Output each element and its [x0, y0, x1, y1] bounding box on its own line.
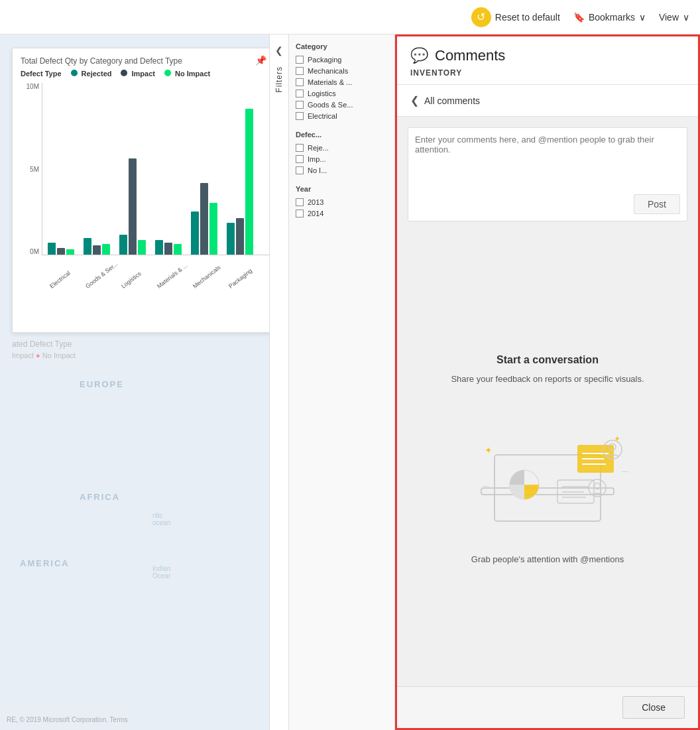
filter-item-2014[interactable]: 2014 — [296, 210, 388, 217]
bars-area — [42, 83, 269, 255]
europe-label: EUROPE — [80, 379, 124, 389]
bar-goods-rejected — [84, 238, 91, 255]
back-chevron-icon: ❮ — [410, 94, 419, 107]
bar-pack-noimpact — [245, 109, 253, 255]
category-title: Category — [296, 42, 388, 50]
view-button[interactable]: View ∨ — [659, 12, 689, 23]
bar-mech-rejected — [191, 212, 199, 255]
bookmarks-chevron-icon: ∨ — [639, 12, 646, 23]
reset-button[interactable]: ↺ Reset to default — [471, 7, 560, 27]
filter-item-materials[interactable]: Materials & ... — [296, 78, 388, 86]
bar-group-logistics — [119, 83, 146, 255]
defect-filter-section: Defec... Reje... Imp... No I... — [296, 131, 388, 174]
pin-icon[interactable]: 📌 — [255, 55, 266, 66]
filter-label-materials: Materials & ... — [308, 78, 352, 86]
legend-noimpact: No Impact — [164, 70, 210, 78]
filters-tab-label[interactable]: Filters — [274, 66, 284, 93]
filter-checkbox-2014[interactable] — [296, 210, 304, 217]
filter-checkbox-rejected[interactable] — [296, 144, 304, 152]
bar-materials-impact — [164, 243, 172, 255]
y-label-5m: 5M — [21, 166, 39, 173]
filter-checkbox-goods[interactable] — [296, 101, 304, 109]
noimpact-dot — [164, 70, 171, 76]
comments-section-label: INVENTORY — [410, 68, 685, 78]
filter-item-electrical[interactable]: Electrical — [296, 112, 388, 120]
bar-logistics-rejected — [119, 235, 127, 255]
chart-title: Total Defect Qty by Category and Defect … — [21, 56, 269, 66]
reset-icon: ↺ — [471, 7, 491, 27]
comment-input-area: Post — [408, 127, 687, 221]
filter-item-packaging[interactable]: Packaging — [296, 56, 388, 64]
conversation-illustration: ✦ ✦ — — — [448, 402, 647, 534]
filter-item-noimpact[interactable]: No I... — [296, 166, 388, 174]
filter-item-impact[interactable]: Imp... — [296, 155, 388, 163]
filters-tab: ❮ Filters — [269, 34, 289, 730]
bar-electrical-noimpact — [66, 249, 74, 255]
reset-label: Reset to default — [495, 12, 560, 23]
start-conversation-area: Start a conversation Share your feedback… — [397, 232, 698, 686]
view-label: View — [659, 12, 679, 23]
legend-impact: Impact — [121, 70, 155, 78]
america-label: AMERICA — [20, 558, 70, 568]
bar-materials-noimpact — [174, 244, 182, 255]
filter-checkbox-electrical[interactable] — [296, 112, 304, 120]
start-conversation-title: Start a conversation — [496, 354, 599, 366]
x-labels: Electrical Goods & Ser... Logistics Mate… — [42, 284, 269, 291]
bar-pack-rejected — [227, 223, 235, 255]
svg-text:✦: ✦ — [614, 434, 620, 444]
filter-label-logistics: Logistics — [308, 90, 336, 97]
impact-dot — [121, 70, 127, 76]
bookmarks-label: Bookmarks — [589, 12, 635, 23]
filter-item-logistics[interactable]: Logistics — [296, 90, 388, 97]
collapse-filters-button[interactable]: ❮ — [271, 41, 287, 60]
defect-type-area: ated Defect Type Impact ● No Impact — [12, 339, 76, 359]
post-button[interactable]: Post — [634, 194, 680, 214]
bar-group-packaging — [227, 83, 253, 255]
filter-sidebar: Category Packaging Mechanicals Materials… — [289, 34, 395, 730]
comments-panel: 💬 Comments INVENTORY ❮ All comments Post… — [395, 34, 700, 730]
chart-card: 📌 ⊿ ⊞ ··· Total Defect Qty by Category a… — [12, 48, 269, 333]
filter-item-goods[interactable]: Goods & Se... — [296, 101, 388, 109]
filter-checkbox-noimpact[interactable] — [296, 166, 304, 174]
filter-label-electrical: Electrical — [308, 112, 337, 120]
filter-item-mechanicals[interactable]: Mechanicals — [296, 67, 388, 75]
svg-text:—: — — [483, 482, 489, 489]
category-filter-section: Category Packaging Mechanicals Materials… — [296, 42, 388, 120]
chart-icons: 📌 ⊿ ⊞ ··· — [255, 55, 269, 66]
view-chevron-icon: ∨ — [683, 12, 689, 23]
svg-text:✦: ✦ — [485, 445, 493, 456]
filter-checkbox-2013[interactable] — [296, 198, 304, 206]
filter-checkbox-packaging[interactable] — [296, 56, 304, 64]
filter-item-2013[interactable]: 2013 — [296, 198, 388, 206]
filter-label-noimpact: No I... — [308, 166, 327, 174]
bar-pack-impact — [236, 218, 244, 255]
ocean-label1: nticocean — [152, 512, 170, 526]
close-button[interactable]: Close — [622, 696, 685, 719]
bar-group-mechanicals — [191, 83, 217, 255]
all-comments-row[interactable]: ❮ All comments — [397, 85, 698, 117]
comment-input[interactable] — [415, 135, 680, 188]
filter-checkbox-impact[interactable] — [296, 155, 304, 163]
comments-footer: Close — [397, 686, 698, 728]
filter-label-goods: Goods & Se... — [308, 101, 353, 109]
comments-icon: 💬 — [410, 47, 428, 64]
grab-attention-text: Grab people's attention with @mentions — [471, 554, 624, 564]
chart-viz: 10M 5M 0M — [21, 83, 269, 282]
all-comments-label: All comments — [424, 95, 480, 106]
filter-checkbox-mechanicals[interactable] — [296, 67, 304, 75]
legend-label: Defect Type — [21, 70, 62, 78]
bar-mech-impact — [200, 183, 208, 255]
year-filter-section: Year 2013 2014 — [296, 185, 388, 217]
y-label-10m: 10M — [21, 83, 39, 90]
filter-label-rejected: Reje... — [308, 144, 329, 152]
filter-checkbox-logistics[interactable] — [296, 90, 304, 97]
filter-checkbox-materials[interactable] — [296, 78, 304, 86]
bar-mech-noimpact — [209, 203, 217, 255]
bookmarks-button[interactable]: 🔖 Bookmarks ∨ — [573, 12, 646, 23]
y-label-0m: 0M — [21, 248, 39, 255]
filter-label-2014: 2014 — [308, 210, 323, 217]
filter-item-rejected[interactable]: Reje... — [296, 144, 388, 152]
bar-electrical-rejected — [48, 243, 56, 255]
main-area: 📌 ⊿ ⊞ ··· Total Defect Qty by Category a… — [0, 34, 700, 730]
ocean-label2: IndianOcear — [152, 565, 170, 579]
